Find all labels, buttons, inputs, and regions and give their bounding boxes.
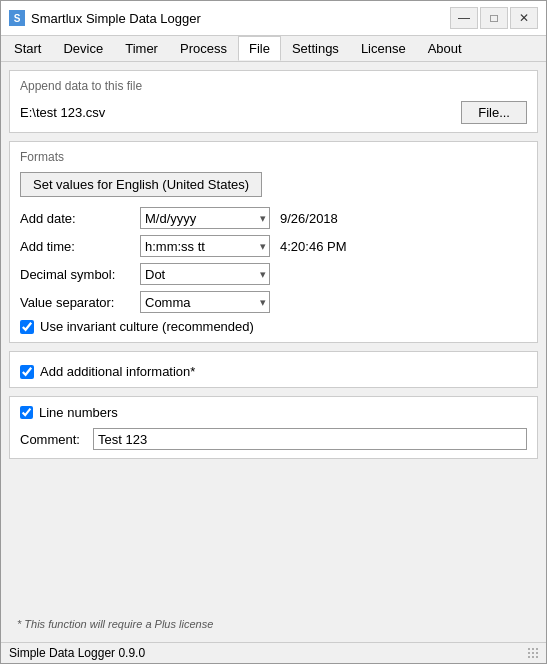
menu-about[interactable]: About	[417, 36, 473, 61]
resize-grip	[528, 648, 538, 658]
title-bar: S Smartlux Simple Data Logger — □ ✕	[1, 1, 546, 36]
comment-label: Comment:	[20, 432, 85, 447]
time-label: Add time:	[20, 239, 140, 254]
file-path: E:\test 123.csv	[20, 105, 453, 120]
invariant-culture-label[interactable]: Use invariant culture (recommended)	[40, 319, 254, 334]
separator-label: Value separator:	[20, 295, 140, 310]
additional-info-checkbox[interactable]	[20, 365, 34, 379]
status-text: Simple Data Logger 0.9.0	[9, 646, 145, 660]
date-row: Add date: M/d/yyyy d/M/yyyy yyyy-MM-dd 9…	[20, 207, 527, 229]
menu-process[interactable]: Process	[169, 36, 238, 61]
window-controls: — □ ✕	[450, 7, 538, 29]
invariant-culture-row: Use invariant culture (recommended)	[20, 319, 527, 334]
file-panel: Append data to this file E:\test 123.csv…	[9, 70, 538, 133]
content-area: Append data to this file E:\test 123.csv…	[1, 62, 546, 642]
menu-file[interactable]: File	[238, 36, 281, 61]
menu-timer[interactable]: Timer	[114, 36, 169, 61]
file-panel-title: Append data to this file	[20, 79, 527, 93]
window-title: Smartlux Simple Data Logger	[31, 11, 444, 26]
line-numbers-checkbox[interactable]	[20, 406, 33, 419]
maximize-button[interactable]: □	[480, 7, 508, 29]
date-value: 9/26/2018	[280, 211, 338, 226]
status-bar: Simple Data Logger 0.9.0	[1, 642, 546, 663]
decimal-select[interactable]: Dot Comma	[140, 263, 270, 285]
additional-panel: Add additional information*	[9, 351, 538, 388]
formats-panel: Formats Set values for English (United S…	[9, 141, 538, 343]
menu-license[interactable]: License	[350, 36, 417, 61]
additional-info-label[interactable]: Add additional information*	[40, 364, 195, 379]
menu-settings[interactable]: Settings	[281, 36, 350, 61]
line-numbers-row: Line numbers	[20, 405, 527, 420]
comment-input[interactable]	[93, 428, 527, 450]
spacer	[9, 467, 538, 606]
formats-title: Formats	[20, 150, 527, 164]
minimize-button[interactable]: —	[450, 7, 478, 29]
separator-select-wrapper: Comma Semicolon Tab	[140, 291, 270, 313]
time-row: Add time: h:mm:ss tt HH:mm:ss 4:20:46 PM	[20, 235, 527, 257]
date-label: Add date:	[20, 211, 140, 226]
separator-select[interactable]: Comma Semicolon Tab	[140, 291, 270, 313]
footer-note: * This function will require a Plus lice…	[9, 614, 538, 634]
time-select-wrapper: h:mm:ss tt HH:mm:ss	[140, 235, 270, 257]
decimal-row: Decimal symbol: Dot Comma	[20, 263, 527, 285]
set-values-button[interactable]: Set values for English (United States)	[20, 172, 262, 197]
separator-row: Value separator: Comma Semicolon Tab	[20, 291, 527, 313]
date-select[interactable]: M/d/yyyy d/M/yyyy yyyy-MM-dd	[140, 207, 270, 229]
invariant-culture-checkbox[interactable]	[20, 320, 34, 334]
app-icon: S	[9, 10, 25, 26]
close-button[interactable]: ✕	[510, 7, 538, 29]
line-comment-panel: Line numbers Comment:	[9, 396, 538, 459]
additional-info-row: Add additional information*	[20, 364, 527, 379]
menu-bar: Start Device Timer Process File Settings…	[1, 36, 546, 62]
decimal-label: Decimal symbol:	[20, 267, 140, 282]
main-window: S Smartlux Simple Data Logger — □ ✕ Star…	[0, 0, 547, 664]
time-select[interactable]: h:mm:ss tt HH:mm:ss	[140, 235, 270, 257]
menu-start[interactable]: Start	[3, 36, 52, 61]
menu-device[interactable]: Device	[52, 36, 114, 61]
file-button[interactable]: File...	[461, 101, 527, 124]
file-row: E:\test 123.csv File...	[20, 101, 527, 124]
line-numbers-label[interactable]: Line numbers	[39, 405, 118, 420]
decimal-select-wrapper: Dot Comma	[140, 263, 270, 285]
time-value: 4:20:46 PM	[280, 239, 347, 254]
date-select-wrapper: M/d/yyyy d/M/yyyy yyyy-MM-dd	[140, 207, 270, 229]
comment-row: Comment:	[20, 428, 527, 450]
